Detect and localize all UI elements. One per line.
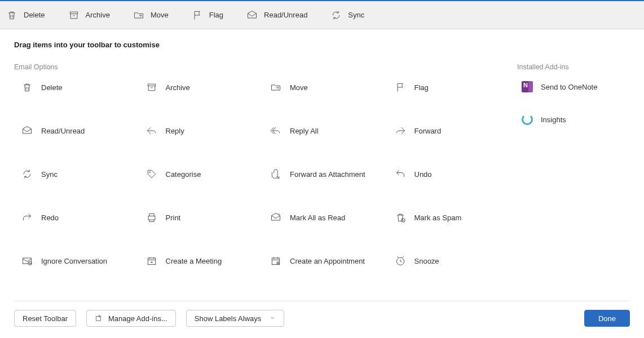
option-label: Move <box>290 83 308 92</box>
create-appointment-icon <box>270 255 282 267</box>
insights-icon <box>522 114 533 125</box>
option-label: Create an Appointment <box>290 257 365 265</box>
installed-addins-section: Installed Add-ins Send to OneNoteInsight… <box>517 63 630 267</box>
option-label: Create a Meeting <box>166 257 222 265</box>
option-snooze[interactable]: Snooze <box>387 255 506 267</box>
option-read-unread[interactable]: Read/Unread <box>14 124 133 137</box>
mark-spam-icon <box>394 211 407 224</box>
move-icon <box>270 81 282 94</box>
show-labels-label: Show Labels Always <box>195 314 262 323</box>
svg-rect-16 <box>23 258 32 264</box>
option-archive[interactable]: Archive <box>139 81 258 94</box>
svg-rect-11 <box>70 12 77 14</box>
mark-all-read-icon <box>270 211 282 224</box>
reply-icon <box>145 124 158 137</box>
option-redo[interactable]: Redo <box>14 211 133 224</box>
svg-rect-14 <box>148 216 155 220</box>
onenote-icon <box>522 81 533 92</box>
undo-icon <box>394 168 407 180</box>
option-reply[interactable]: Reply <box>139 124 258 137</box>
addin-label: Send to OneNote <box>541 83 597 91</box>
manage-addins-icon <box>95 313 104 324</box>
flag-icon <box>191 9 204 21</box>
ignore-conversation-icon <box>21 255 33 267</box>
option-sync[interactable]: Sync <box>14 168 133 180</box>
option-label: Categorise <box>166 170 201 179</box>
toolbar-item-label: Delete <box>24 11 45 19</box>
option-label: Print <box>166 214 181 222</box>
archive-icon <box>145 81 158 94</box>
archive-icon <box>68 9 80 21</box>
option-categorise[interactable]: Categorise <box>139 168 258 180</box>
option-delete[interactable]: Delete <box>14 81 133 94</box>
option-label: Redo <box>41 214 59 222</box>
option-mark-as-spam[interactable]: Mark as Spam <box>387 211 506 224</box>
toolbar-item-label: Flag <box>209 11 223 19</box>
read-unread-icon <box>21 124 33 137</box>
flag-icon <box>394 81 407 94</box>
toolbar-item-read-unread[interactable]: Read/Unread <box>246 9 307 21</box>
toolbar-item-delete[interactable]: Delete <box>6 9 45 21</box>
option-label: Mark as Spam <box>414 214 462 222</box>
addin-insights[interactable]: Insights <box>517 114 630 125</box>
toolbar-item-label: Read/Unread <box>264 11 307 19</box>
email-options-section: Email Options DeleteArchiveMoveFlagRead/… <box>14 63 506 267</box>
done-label: Done <box>598 314 616 323</box>
toolbar: DeleteArchiveMoveFlagRead/UnreadSync <box>0 0 644 29</box>
svg-rect-22 <box>96 316 101 321</box>
forward-attachment-icon <box>270 168 282 180</box>
option-label: Reply All <box>290 127 319 135</box>
option-mark-all-as-read[interactable]: Mark All as Read <box>263 211 382 224</box>
addin-send-to-onenote[interactable]: Send to OneNote <box>517 81 630 92</box>
option-label: Flag <box>414 83 429 92</box>
move-icon <box>133 9 145 21</box>
option-forward[interactable]: Forward <box>387 124 506 137</box>
toolbar-item-sync[interactable]: Sync <box>330 9 364 21</box>
email-options-header: Email Options <box>14 63 506 71</box>
reset-toolbar-button[interactable]: Reset Toolbar <box>14 310 76 327</box>
option-label: Ignore Conversation <box>41 257 107 265</box>
toolbar-item-archive[interactable]: Archive <box>68 9 110 21</box>
option-label: Archive <box>166 83 190 92</box>
option-undo[interactable]: Undo <box>387 168 506 180</box>
option-label: Snooze <box>414 257 439 265</box>
addin-label: Insights <box>541 115 566 124</box>
done-button[interactable]: Done <box>584 310 630 327</box>
toolbar-item-label: Archive <box>86 11 110 19</box>
delete-icon <box>21 81 33 94</box>
svg-point-13 <box>149 172 150 173</box>
installed-addins-header: Installed Add-ins <box>517 63 630 71</box>
option-reply-all[interactable]: Reply All <box>263 124 382 137</box>
manage-addins-button[interactable]: Manage Add-ins... <box>86 310 176 327</box>
sync-icon <box>21 168 33 180</box>
option-label: Forward as Attachment <box>290 170 365 179</box>
reset-toolbar-label: Reset Toolbar <box>23 314 68 323</box>
option-label: Mark All as Read <box>290 214 345 222</box>
categorise-icon <box>145 168 158 180</box>
toolbar-item-flag[interactable]: Flag <box>191 9 223 21</box>
option-ignore-conversation[interactable]: Ignore Conversation <box>14 255 133 267</box>
option-create-a-meeting[interactable]: Create a Meeting <box>139 255 258 267</box>
option-label: Delete <box>41 83 63 92</box>
option-label: Reply <box>166 127 184 135</box>
delete-icon <box>6 9 18 21</box>
customize-panel: Drag items into your toolbar to customis… <box>0 29 644 273</box>
option-flag[interactable]: Flag <box>387 81 506 94</box>
reply-all-icon <box>270 124 282 137</box>
option-label: Read/Unread <box>41 127 85 135</box>
toolbar-item-move[interactable]: Move <box>133 9 169 21</box>
toolbar-item-label: Move <box>151 11 169 19</box>
option-label: Sync <box>41 170 58 179</box>
toolbar-item-label: Sync <box>348 11 364 19</box>
print-icon <box>145 211 158 224</box>
option-forward-as-attachment[interactable]: Forward as Attachment <box>263 168 382 180</box>
svg-rect-12 <box>148 84 155 86</box>
show-labels-dropdown[interactable]: Show Labels Always <box>186 310 285 327</box>
option-label: Forward <box>414 127 442 135</box>
option-print[interactable]: Print <box>139 211 258 224</box>
option-move[interactable]: Move <box>263 81 382 94</box>
sync-icon <box>330 9 342 21</box>
svg-rect-18 <box>148 258 155 265</box>
footer: Reset Toolbar Manage Add-ins... Show Lab… <box>14 301 630 327</box>
option-create-an-appointment[interactable]: Create an Appointment <box>263 255 382 267</box>
